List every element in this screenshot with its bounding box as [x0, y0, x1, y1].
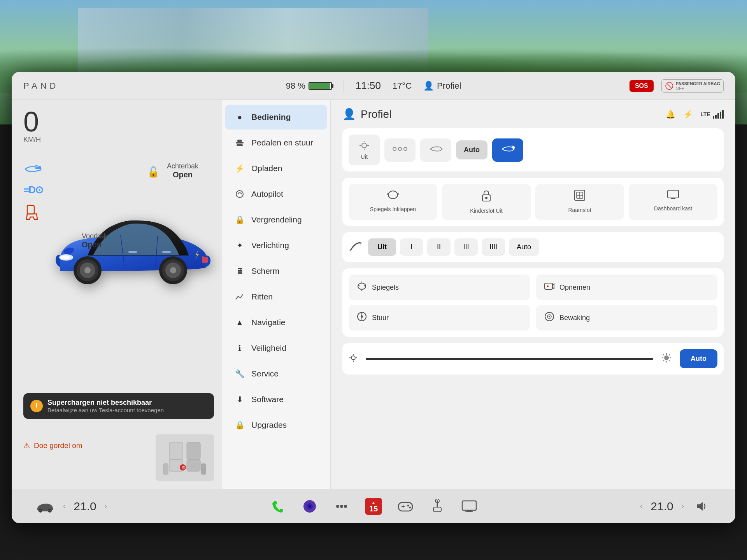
- brightness-fill: [366, 358, 610, 360]
- brightness-slider[interactable]: [366, 358, 653, 360]
- menu-item-verlichting[interactable]: ✦ Verlichting: [225, 233, 327, 258]
- right-panel-header: 👤 Profiel 🔔 ⚡ LTE: [342, 108, 724, 121]
- supercharger-title: Superchargen niet beschikbaar: [47, 399, 164, 407]
- speed-taskbar-right-value: 21.0: [651, 500, 673, 513]
- lte-signal: LTE: [701, 110, 724, 119]
- sos-button[interactable]: SOS: [630, 80, 654, 92]
- profile-button[interactable]: 👤 Profiel: [423, 81, 461, 91]
- taskbar-joystick-icon[interactable]: [427, 496, 447, 516]
- taskbar-left: ‹ 21.0 ›: [35, 496, 107, 516]
- spiegels-control[interactable]: Spiegels Inklappen: [349, 184, 437, 220]
- software-icon: ⬇: [234, 394, 245, 405]
- menu-item-autopilot[interactable]: Autopilot: [225, 182, 327, 206]
- trunk-label: Achterbak Open: [167, 162, 198, 179]
- taskbar-phone-icon[interactable]: [268, 496, 288, 516]
- svg-point-36: [393, 147, 396, 150]
- upgrades-label: Upgrades: [251, 420, 287, 430]
- svg-rect-19: [169, 442, 183, 460]
- spiegels-action[interactable]: Spiegels: [349, 275, 530, 300]
- menu-item-navigatie[interactable]: ▲ Navigatie: [225, 310, 327, 335]
- opnemen-action[interactable]: Opnemen: [536, 275, 717, 300]
- menu-item-vergrendeling[interactable]: 🔒 Vergrendeling: [225, 207, 327, 232]
- svg-rect-51: [668, 190, 679, 198]
- menu-item-bediening[interactable]: ● Bediening: [225, 105, 327, 130]
- fog-light-icon: ≡D⊙: [23, 184, 43, 196]
- temperature-display: 17°C: [393, 81, 412, 91]
- speed-taskbar-value: 21.0: [74, 500, 96, 513]
- svg-point-85: [344, 505, 347, 508]
- speed-right-arrow: ›: [104, 501, 107, 511]
- menu-item-ritten[interactable]: Ritten: [225, 284, 327, 309]
- taskbar-dots-icon[interactable]: [331, 496, 352, 516]
- brightness-low-icon: [349, 353, 358, 365]
- supercharger-warning-icon: !: [30, 400, 43, 412]
- taskbar-calendar-icon[interactable]: ▲ 15: [363, 496, 384, 516]
- veiligheid-icon: ℹ: [234, 343, 245, 354]
- light-btn-high[interactable]: [492, 138, 523, 162]
- bar4: [720, 112, 721, 119]
- menu-item-opladen[interactable]: ⚡ Opladen: [225, 156, 327, 181]
- svg-rect-79: [38, 510, 52, 511]
- brightness-section: Auto: [342, 343, 724, 374]
- pedalen-label: Pedalen en stuur: [251, 138, 313, 147]
- bewaking-action[interactable]: Bewaking: [536, 305, 717, 331]
- raamslot-icon: [574, 189, 586, 203]
- speed-right-arrow-3: ›: [681, 501, 684, 511]
- taskbar-screen-icon[interactable]: [459, 496, 479, 516]
- brightness-high-icon: [661, 352, 672, 366]
- wiper-btn-1[interactable]: I: [400, 238, 423, 256]
- light-btn-low[interactable]: [420, 138, 451, 162]
- svg-rect-3: [27, 205, 34, 214]
- svg-line-76: [663, 360, 664, 361]
- action-row-1: Spiegels Opnemen: [349, 275, 717, 300]
- wiper-btn-3[interactable]: III: [454, 238, 478, 256]
- light-uit-label: Uit: [361, 153, 368, 160]
- menu-item-software[interactable]: ⬇ Software: [225, 387, 327, 412]
- bell-icon: 🔔: [666, 110, 675, 119]
- veiligheid-label: Veiligheid: [251, 343, 286, 353]
- svg-point-57: [361, 315, 363, 318]
- light-btn-parking[interactable]: [384, 138, 416, 162]
- taskbar-right: ‹ 21.0 ›: [640, 496, 712, 516]
- opnemen-label: Opnemen: [559, 284, 590, 292]
- dashboard-label: Dashboard kast: [654, 205, 692, 212]
- spiegels-adj-icon: [356, 281, 367, 294]
- wiper-btn-4[interactable]: IIII: [482, 238, 505, 256]
- brightness-auto-button[interactable]: Auto: [680, 349, 717, 368]
- menu-item-upgrades[interactable]: 🔒 Upgrades: [225, 413, 327, 438]
- wiper-btn-auto[interactable]: Auto: [509, 238, 539, 256]
- right-panel: 👤 Profiel 🔔 ⚡ LTE: [331, 100, 735, 489]
- menu-item-veiligheid[interactable]: ℹ Veiligheid: [225, 336, 327, 360]
- front-trunk-label-text: Voorbak: [82, 232, 107, 240]
- speed-left-arrow: ‹: [63, 501, 66, 511]
- wiper-btn-uit[interactable]: Uit: [368, 238, 396, 256]
- wiper-btn-2[interactable]: II: [427, 238, 451, 256]
- wiper-section: Uit I II III IIII Auto: [342, 232, 724, 262]
- person-icon: 👤: [342, 108, 356, 121]
- right-panel-icons: 🔔 ⚡ LTE: [666, 110, 724, 119]
- seatbelt-warning-icon: ⚠: [23, 441, 30, 450]
- menu-item-scherm[interactable]: 🖥 Scherm: [225, 259, 327, 284]
- opnemen-icon: [544, 284, 555, 294]
- taskbar-car-icon[interactable]: [35, 496, 55, 516]
- svg-point-38: [404, 147, 407, 150]
- stuur-action[interactable]: Stuur: [349, 305, 530, 331]
- svg-line-73: [663, 354, 664, 355]
- taskbar-game-icon[interactable]: [395, 496, 416, 516]
- taskbar-media-icon[interactable]: [300, 496, 320, 516]
- menu-item-service[interactable]: 🔧 Service: [225, 361, 327, 386]
- raamslot-control[interactable]: Raamslot: [535, 184, 624, 220]
- opladen-icon: ⚡: [234, 163, 245, 174]
- kinderslot-control[interactable]: Kinderslot Uit: [442, 184, 531, 220]
- light-btn-uit[interactable]: Uit: [349, 135, 380, 165]
- svg-point-46: [485, 197, 487, 199]
- seat-icon: [23, 204, 43, 222]
- dashboard-control[interactable]: Dashboard kast: [629, 184, 717, 220]
- taskbar-volume-icon[interactable]: [692, 496, 712, 516]
- menu-item-pedalen[interactable]: Pedalen en stuur: [225, 130, 327, 155]
- battery-percent: 98 %: [286, 81, 305, 91]
- lighting-row: Uit Auto: [349, 135, 717, 165]
- raamslot-label: Raamslot: [568, 206, 591, 214]
- light-btn-auto[interactable]: Auto: [456, 140, 487, 159]
- opladen-label: Opladen: [251, 164, 282, 173]
